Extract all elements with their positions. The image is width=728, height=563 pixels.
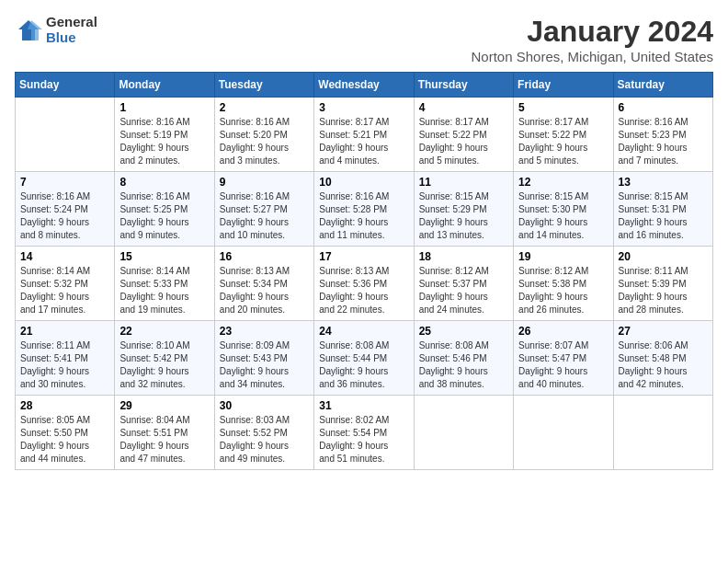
day-info: Sunrise: 8:03 AMSunset: 5:52 PMDaylight:…	[220, 414, 309, 465]
day-info: Sunrise: 8:15 AMSunset: 5:29 PMDaylight:…	[419, 190, 508, 242]
week-row-3: 21Sunrise: 8:11 AMSunset: 5:41 PMDayligh…	[16, 321, 713, 396]
day-number: 27	[619, 325, 708, 338]
day-info: Sunrise: 8:10 AMSunset: 5:42 PMDaylight:…	[119, 339, 209, 391]
day-info: Sunrise: 8:14 AMSunset: 5:33 PMDaylight:…	[119, 265, 209, 316]
day-number: 28	[20, 399, 109, 412]
calendar-cell: 9Sunrise: 8:16 AMSunset: 5:27 PMDaylight…	[214, 172, 313, 247]
day-info: Sunrise: 8:12 AMSunset: 5:37 PMDaylight:…	[419, 265, 508, 316]
calendar-cell: 16Sunrise: 8:13 AMSunset: 5:34 PMDayligh…	[214, 247, 313, 321]
day-info: Sunrise: 8:15 AMSunset: 5:31 PMDaylight:…	[619, 190, 708, 242]
weekday-header-saturday: Saturday	[613, 73, 712, 98]
day-info: Sunrise: 8:16 AMSunset: 5:28 PMDaylight:…	[319, 190, 408, 242]
week-row-1: 7Sunrise: 8:16 AMSunset: 5:24 PMDaylight…	[16, 172, 713, 247]
day-info: Sunrise: 8:17 AMSunset: 5:22 PMDaylight:…	[419, 116, 508, 167]
day-number: 22	[119, 325, 209, 338]
calendar-cell: 7Sunrise: 8:16 AMSunset: 5:24 PMDaylight…	[16, 172, 115, 247]
calendar-cell: 20Sunrise: 8:11 AMSunset: 5:39 PMDayligh…	[613, 247, 712, 321]
day-info: Sunrise: 8:17 AMSunset: 5:22 PMDaylight:…	[518, 116, 608, 167]
day-info: Sunrise: 8:05 AMSunset: 5:50 PMDaylight:…	[20, 414, 109, 465]
calendar-cell: 14Sunrise: 8:14 AMSunset: 5:32 PMDayligh…	[16, 247, 115, 321]
day-number: 17	[319, 250, 408, 263]
location-title: Norton Shores, Michigan, United States	[472, 49, 713, 64]
day-number: 12	[518, 176, 608, 189]
day-number: 30	[220, 399, 309, 412]
calendar-cell: 27Sunrise: 8:06 AMSunset: 5:48 PMDayligh…	[613, 321, 712, 396]
weekday-header-wednesday: Wednesday	[314, 73, 414, 98]
day-info: Sunrise: 8:14 AMSunset: 5:32 PMDaylight:…	[20, 265, 109, 316]
calendar-cell: 15Sunrise: 8:14 AMSunset: 5:33 PMDayligh…	[115, 247, 214, 321]
calendar-cell: 23Sunrise: 8:09 AMSunset: 5:43 PMDayligh…	[214, 321, 313, 396]
calendar-cell: 3Sunrise: 8:17 AMSunset: 5:21 PMDaylight…	[314, 98, 414, 172]
calendar-cell	[514, 396, 613, 470]
logo-icon	[15, 17, 42, 44]
week-row-0: 1Sunrise: 8:16 AMSunset: 5:19 PMDaylight…	[16, 98, 713, 172]
day-number: 8	[119, 176, 209, 189]
weekday-header-monday: Monday	[115, 73, 214, 98]
calendar-cell: 11Sunrise: 8:15 AMSunset: 5:29 PMDayligh…	[414, 172, 513, 247]
day-number: 4	[419, 101, 508, 114]
calendar-cell: 26Sunrise: 8:07 AMSunset: 5:47 PMDayligh…	[514, 321, 613, 396]
day-number: 19	[518, 250, 608, 263]
day-info: Sunrise: 8:16 AMSunset: 5:24 PMDaylight:…	[20, 190, 109, 242]
calendar-cell	[414, 396, 513, 470]
day-info: Sunrise: 8:08 AMSunset: 5:44 PMDaylight:…	[319, 339, 408, 391]
day-number: 31	[319, 399, 408, 412]
day-info: Sunrise: 8:17 AMSunset: 5:21 PMDaylight:…	[319, 116, 408, 167]
day-number: 25	[419, 325, 508, 338]
calendar-cell: 31Sunrise: 8:02 AMSunset: 5:54 PMDayligh…	[314, 396, 414, 470]
weekday-header-friday: Friday	[514, 73, 613, 98]
calendar-cell: 30Sunrise: 8:03 AMSunset: 5:52 PMDayligh…	[214, 396, 313, 470]
day-number: 15	[119, 250, 209, 263]
day-info: Sunrise: 8:04 AMSunset: 5:51 PMDaylight:…	[119, 414, 209, 465]
day-info: Sunrise: 8:16 AMSunset: 5:19 PMDaylight:…	[119, 116, 209, 167]
day-info: Sunrise: 8:13 AMSunset: 5:34 PMDaylight:…	[220, 265, 309, 316]
day-info: Sunrise: 8:12 AMSunset: 5:38 PMDaylight:…	[518, 265, 608, 316]
calendar-cell: 24Sunrise: 8:08 AMSunset: 5:44 PMDayligh…	[314, 321, 414, 396]
title-area: January 2024 Norton Shores, Michigan, Un…	[472, 15, 713, 64]
calendar: SundayMondayTuesdayWednesdayThursdayFrid…	[15, 72, 713, 470]
week-row-2: 14Sunrise: 8:14 AMSunset: 5:32 PMDayligh…	[16, 247, 713, 321]
day-info: Sunrise: 8:09 AMSunset: 5:43 PMDaylight:…	[220, 339, 309, 391]
day-info: Sunrise: 8:06 AMSunset: 5:48 PMDaylight:…	[619, 339, 708, 391]
month-title: January 2024	[472, 15, 713, 49]
day-number: 24	[319, 325, 408, 338]
day-number: 10	[319, 176, 408, 189]
day-number: 26	[518, 325, 608, 338]
calendar-cell	[16, 98, 115, 172]
calendar-cell: 2Sunrise: 8:16 AMSunset: 5:20 PMDaylight…	[214, 98, 313, 172]
day-number: 1	[119, 101, 209, 114]
day-number: 18	[419, 250, 508, 263]
day-number: 13	[619, 176, 708, 189]
day-info: Sunrise: 8:16 AMSunset: 5:20 PMDaylight:…	[220, 116, 309, 167]
day-number: 29	[119, 399, 209, 412]
day-number: 23	[220, 325, 309, 338]
calendar-cell: 22Sunrise: 8:10 AMSunset: 5:42 PMDayligh…	[115, 321, 214, 396]
day-info: Sunrise: 8:02 AMSunset: 5:54 PMDaylight:…	[319, 414, 408, 465]
calendar-cell: 18Sunrise: 8:12 AMSunset: 5:37 PMDayligh…	[414, 247, 513, 321]
day-number: 3	[319, 101, 408, 114]
weekday-header-row: SundayMondayTuesdayWednesdayThursdayFrid…	[16, 73, 713, 98]
weekday-header-sunday: Sunday	[16, 73, 115, 98]
day-number: 21	[20, 325, 109, 338]
calendar-cell: 6Sunrise: 8:16 AMSunset: 5:23 PMDaylight…	[613, 98, 712, 172]
calendar-cell: 5Sunrise: 8:17 AMSunset: 5:22 PMDaylight…	[514, 98, 613, 172]
logo-text: General Blue	[46, 15, 97, 45]
day-number: 11	[419, 176, 508, 189]
calendar-cell: 10Sunrise: 8:16 AMSunset: 5:28 PMDayligh…	[314, 172, 414, 247]
calendar-cell	[613, 396, 712, 470]
weekday-header-thursday: Thursday	[414, 73, 513, 98]
calendar-cell: 19Sunrise: 8:12 AMSunset: 5:38 PMDayligh…	[514, 247, 613, 321]
calendar-cell: 17Sunrise: 8:13 AMSunset: 5:36 PMDayligh…	[314, 247, 414, 321]
week-row-4: 28Sunrise: 8:05 AMSunset: 5:50 PMDayligh…	[16, 396, 713, 470]
calendar-cell: 13Sunrise: 8:15 AMSunset: 5:31 PMDayligh…	[613, 172, 712, 247]
calendar-cell: 1Sunrise: 8:16 AMSunset: 5:19 PMDaylight…	[115, 98, 214, 172]
day-info: Sunrise: 8:07 AMSunset: 5:47 PMDaylight:…	[518, 339, 608, 391]
day-number: 7	[20, 176, 109, 189]
calendar-cell: 8Sunrise: 8:16 AMSunset: 5:25 PMDaylight…	[115, 172, 214, 247]
day-number: 9	[220, 176, 309, 189]
day-number: 2	[220, 101, 309, 114]
day-number: 14	[20, 250, 109, 263]
weekday-header-tuesday: Tuesday	[214, 73, 313, 98]
calendar-cell: 25Sunrise: 8:08 AMSunset: 5:46 PMDayligh…	[414, 321, 513, 396]
day-info: Sunrise: 8:08 AMSunset: 5:46 PMDaylight:…	[419, 339, 508, 391]
